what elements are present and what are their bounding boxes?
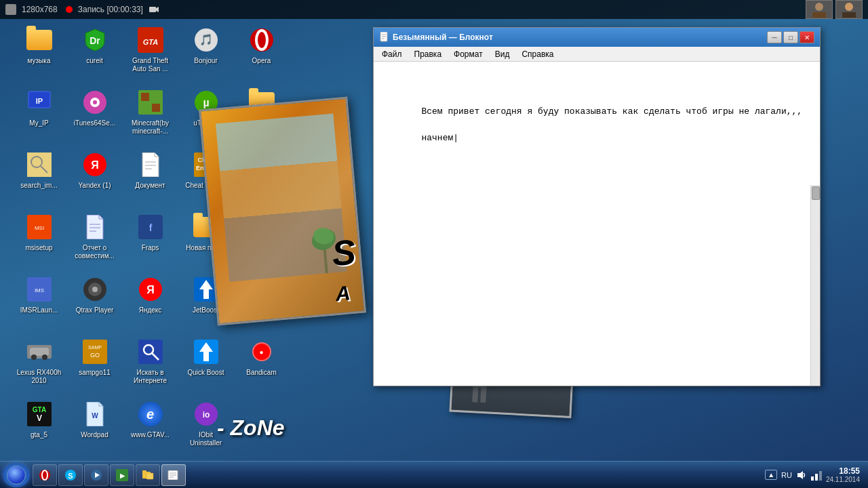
- icon-opera[interactable]: Opera: [236, 24, 287, 85]
- notepad-window: Безымянный — Блокнот ─ □ ✕ Файл Правка Ф…: [373, 27, 821, 386]
- minimize-button[interactable]: ─: [767, 31, 782, 43]
- scroll-thumb[interactable]: [812, 186, 820, 200]
- icon-label-cureit: cureit: [85, 56, 104, 66]
- icon-label-wordpad: Wordpad: [79, 430, 109, 440]
- taskbar-explorer[interactable]: [136, 464, 160, 486]
- svg-rect-101: [819, 471, 822, 481]
- taskbar-notepad-active[interactable]: [161, 464, 186, 486]
- menu-file[interactable]: Файл: [376, 48, 408, 60]
- svg-rect-77: [472, 387, 478, 402]
- avatars-area: [806, 0, 863, 19]
- svg-rect-25: [27, 152, 52, 177]
- notepad-taskbar-icon: [167, 470, 180, 480]
- menu-help[interactable]: Справка: [516, 48, 559, 60]
- svg-point-54: [31, 354, 37, 360]
- notepad-menubar: Файл Правка Формат Вид Справка: [374, 47, 820, 62]
- msi-icon: MSI: [27, 215, 52, 239]
- svg-point-4: [845, 3, 853, 11]
- iobit-icon: io: [194, 402, 218, 426]
- icon-dokument[interactable]: Документ: [125, 148, 176, 209]
- icon-imsr[interactable]: IMS IMSRLaun...: [14, 273, 64, 334]
- svg-point-17: [93, 100, 97, 104]
- resolution-text: 1280x768: [22, 5, 58, 14]
- menu-view[interactable]: Вид: [490, 48, 515, 60]
- notepad-titlebar[interactable]: Безымянный — Блокнот ─ □ ✕: [374, 28, 820, 47]
- icon-sampgo11[interactable]: SAMPGO sampgo11: [69, 336, 120, 396]
- clock: 18:55 24.11.2014: [826, 466, 860, 483]
- svg-text:µ: µ: [203, 97, 209, 108]
- svg-text:MSI: MSI: [34, 225, 43, 231]
- icon-wordpad[interactable]: W Wordpad: [69, 398, 120, 459]
- icon-qtrax[interactable]: Qtrax Player: [69, 273, 120, 334]
- svg-rect-92: [142, 470, 146, 473]
- notepad-line1: Всем привет сегодня я буду показывать ка…: [421, 106, 802, 117]
- icon-muzyka[interactable]: музыка: [14, 24, 64, 85]
- taskbar-opera[interactable]: [33, 464, 57, 486]
- menu-edit[interactable]: Правка: [409, 48, 448, 60]
- close-button[interactable]: ✕: [800, 31, 814, 43]
- icon-otchet[interactable]: Отчет о совместим...: [69, 211, 120, 272]
- desktop: музыка Dr cureit GTA Grand Theft Auto Sa…: [0, 0, 868, 461]
- wordpad-icon: W: [84, 402, 106, 426]
- icon-fraps[interactable]: f Fraps: [125, 211, 176, 272]
- icon-search-im[interactable]: search_im...: [14, 148, 64, 209]
- clock-time: 18:55: [826, 466, 860, 476]
- icon-msisetup[interactable]: MSI msisetup: [14, 211, 64, 272]
- menu-format[interactable]: Формат: [448, 48, 488, 60]
- icon-yandex2[interactable]: Я Яндекс: [125, 273, 176, 334]
- icon-lexus[interactable]: Lexus RX400h 2010: [14, 336, 64, 396]
- icon-www-gtav[interactable]: e www.GTAV...: [125, 398, 176, 459]
- taskbar-skype[interactable]: S: [58, 464, 83, 486]
- network-tray-icon[interactable]: [811, 470, 822, 481]
- icon-label-imsr: IMSRLaun...: [19, 306, 60, 315]
- notepad-title: Безымянный — Блокнот: [393, 33, 767, 42]
- notepad-text-area[interactable]: Всем привет сегодня я буду показывать ка…: [374, 62, 820, 386]
- tray-expand[interactable]: ▲: [765, 470, 777, 480]
- svg-point-2: [815, 3, 823, 11]
- opera-icon: [250, 28, 274, 52]
- svg-rect-20: [152, 93, 160, 101]
- svg-text:S: S: [68, 472, 73, 480]
- notepad-scrollbar[interactable]: [810, 185, 820, 386]
- maximize-button[interactable]: □: [783, 31, 798, 43]
- taskbar-winamp[interactable]: ▶: [110, 464, 134, 486]
- volume-icon[interactable]: [796, 470, 807, 481]
- gta-screenshot-front: SA: [199, 96, 366, 325]
- svg-text:Я: Я: [146, 284, 155, 296]
- search-img-icon: [27, 152, 52, 177]
- gta5-icon: GTAV: [27, 402, 52, 426]
- icon-my-ip[interactable]: IP My_IP: [14, 86, 64, 147]
- icon-label-gta-san: Grand Theft Auto San ...: [126, 56, 175, 74]
- svg-rect-53: [30, 348, 49, 356]
- qtrax-icon: [83, 277, 107, 302]
- svg-text:SAMP: SAMP: [88, 345, 102, 350]
- start-button[interactable]: [3, 463, 30, 487]
- icon-label-gta5: gta_5: [29, 430, 49, 440]
- icon-minecraft[interactable]: Minecraft(by minecraft-...: [125, 86, 176, 147]
- svg-point-11: [250, 28, 273, 52]
- icon-itunes[interactable]: iTunes64Se...: [69, 86, 120, 147]
- icon-label-quickboost: Quick Boost: [186, 368, 226, 378]
- icon-yandex[interactable]: Я Yandex (1): [69, 148, 120, 209]
- taskbar-media[interactable]: [84, 464, 108, 486]
- icon-gta-san[interactable]: GTA Grand Theft Auto San ...: [125, 24, 176, 85]
- zone-overlay-text: - ZoNe: [217, 415, 285, 441]
- icon-cureit[interactable]: Dr cureit: [69, 24, 120, 85]
- yandex-icon: Я: [83, 152, 107, 177]
- svg-rect-3: [812, 12, 826, 18]
- icon-gta5[interactable]: GTAV gta_5: [14, 398, 64, 459]
- svg-text:IMS: IMS: [34, 287, 43, 293]
- notepad-line2: начнем: [421, 133, 453, 143]
- window-controls: ─ □ ✕: [767, 31, 814, 43]
- icon-bonjour[interactable]: 🎵 Bonjour: [180, 24, 231, 85]
- icon-label-yandex2: Яндекс: [138, 306, 163, 315]
- icon-iskat[interactable]: Искать в Интернете: [125, 336, 176, 396]
- bonjour-icon: 🎵: [193, 27, 219, 53]
- palm-tree: [309, 218, 340, 274]
- quickboost-icon: [194, 340, 218, 364]
- doc-icon: [140, 152, 161, 177]
- svg-rect-100: [815, 474, 818, 481]
- svg-rect-93: [146, 473, 153, 479]
- icon-label-iskat: Искать в Интернете: [126, 368, 175, 386]
- skype-icon: S: [64, 469, 77, 481]
